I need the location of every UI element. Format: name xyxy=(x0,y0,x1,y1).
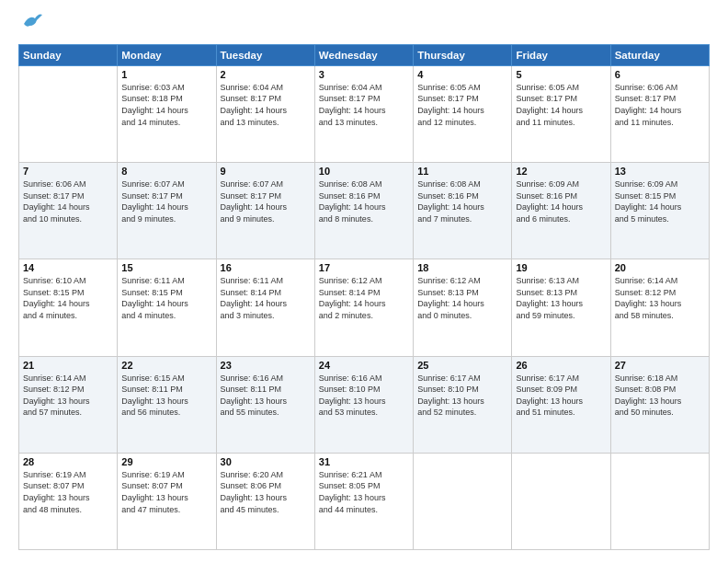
day-number: 20 xyxy=(615,262,705,273)
calendar-cell: 30Sunrise: 6:20 AM Sunset: 8:06 PM Dayli… xyxy=(216,453,314,549)
day-sun-info: Sunrise: 6:06 AM Sunset: 8:17 PM Dayligh… xyxy=(615,82,705,128)
calendar-cell xyxy=(610,453,709,549)
day-number: 19 xyxy=(516,262,606,273)
day-sun-info: Sunrise: 6:13 AM Sunset: 8:13 PM Dayligh… xyxy=(516,275,606,321)
day-number: 2 xyxy=(221,69,311,80)
calendar-cell: 11Sunrise: 6:08 AM Sunset: 8:16 PM Dayli… xyxy=(414,163,512,259)
day-sun-info: Sunrise: 6:19 AM Sunset: 8:07 PM Dayligh… xyxy=(121,469,211,515)
calendar-cell: 20Sunrise: 6:14 AM Sunset: 8:12 PM Dayli… xyxy=(610,259,709,356)
day-number: 12 xyxy=(516,166,606,177)
calendar-week-row: 7Sunrise: 6:06 AM Sunset: 8:17 PM Daylig… xyxy=(19,163,710,259)
day-sun-info: Sunrise: 6:11 AM Sunset: 8:15 PM Dayligh… xyxy=(121,275,211,321)
calendar-cell: 21Sunrise: 6:14 AM Sunset: 8:12 PM Dayli… xyxy=(19,356,118,453)
calendar-cell: 9Sunrise: 6:07 AM Sunset: 8:17 PM Daylig… xyxy=(216,163,314,259)
day-sun-info: Sunrise: 6:03 AM Sunset: 8:18 PM Dayligh… xyxy=(121,82,211,128)
day-number: 5 xyxy=(516,69,606,80)
day-sun-info: Sunrise: 6:19 AM Sunset: 8:07 PM Dayligh… xyxy=(23,469,113,515)
day-sun-info: Sunrise: 6:04 AM Sunset: 8:17 PM Dayligh… xyxy=(221,82,311,128)
day-number: 6 xyxy=(615,69,705,80)
logo xyxy=(18,17,42,35)
calendar-cell: 26Sunrise: 6:17 AM Sunset: 8:09 PM Dayli… xyxy=(512,356,610,453)
day-sun-info: Sunrise: 6:14 AM Sunset: 8:12 PM Dayligh… xyxy=(615,275,705,321)
day-number: 22 xyxy=(121,360,211,371)
weekday-header-friday: Friday xyxy=(512,44,610,65)
day-number: 31 xyxy=(319,456,409,467)
day-number: 10 xyxy=(319,166,409,177)
day-sun-info: Sunrise: 6:05 AM Sunset: 8:17 PM Dayligh… xyxy=(516,82,606,128)
header xyxy=(18,17,710,35)
calendar-cell: 27Sunrise: 6:18 AM Sunset: 8:08 PM Dayli… xyxy=(610,356,709,453)
day-sun-info: Sunrise: 6:08 AM Sunset: 8:16 PM Dayligh… xyxy=(319,178,409,224)
day-number: 30 xyxy=(221,456,311,467)
calendar-cell: 19Sunrise: 6:13 AM Sunset: 8:13 PM Dayli… xyxy=(512,259,610,356)
day-sun-info: Sunrise: 6:16 AM Sunset: 8:11 PM Dayligh… xyxy=(221,373,311,419)
day-number: 11 xyxy=(417,166,507,177)
calendar-cell: 29Sunrise: 6:19 AM Sunset: 8:07 PM Dayli… xyxy=(118,453,216,549)
calendar-cell: 25Sunrise: 6:17 AM Sunset: 8:10 PM Dayli… xyxy=(414,356,512,453)
calendar-cell: 17Sunrise: 6:12 AM Sunset: 8:14 PM Dayli… xyxy=(314,259,413,356)
day-number: 17 xyxy=(319,262,409,273)
calendar-cell: 12Sunrise: 6:09 AM Sunset: 8:16 PM Dayli… xyxy=(512,163,610,259)
calendar-cell: 1Sunrise: 6:03 AM Sunset: 8:18 PM Daylig… xyxy=(118,65,216,162)
day-number: 21 xyxy=(23,360,113,371)
weekday-header-row: SundayMondayTuesdayWednesdayThursdayFrid… xyxy=(19,44,710,65)
calendar-cell: 3Sunrise: 6:04 AM Sunset: 8:17 PM Daylig… xyxy=(314,65,413,162)
day-number: 3 xyxy=(319,69,409,80)
day-number: 9 xyxy=(221,166,311,177)
calendar-cell: 28Sunrise: 6:19 AM Sunset: 8:07 PM Dayli… xyxy=(19,453,118,549)
calendar-week-row: 28Sunrise: 6:19 AM Sunset: 8:07 PM Dayli… xyxy=(19,453,710,549)
page: SundayMondayTuesdayWednesdayThursdayFrid… xyxy=(0,0,728,563)
day-number: 24 xyxy=(319,360,409,371)
day-sun-info: Sunrise: 6:12 AM Sunset: 8:14 PM Dayligh… xyxy=(319,275,409,321)
day-number: 4 xyxy=(417,69,507,80)
weekday-header-tuesday: Tuesday xyxy=(216,44,314,65)
day-number: 15 xyxy=(121,262,211,273)
calendar-cell: 31Sunrise: 6:21 AM Sunset: 8:05 PM Dayli… xyxy=(314,453,413,549)
day-number: 8 xyxy=(121,166,211,177)
day-sun-info: Sunrise: 6:12 AM Sunset: 8:13 PM Dayligh… xyxy=(417,275,507,321)
day-number: 23 xyxy=(221,360,311,371)
calendar-cell: 4Sunrise: 6:05 AM Sunset: 8:17 PM Daylig… xyxy=(414,65,512,162)
calendar-table: SundayMondayTuesdayWednesdayThursdayFrid… xyxy=(18,44,710,550)
calendar-cell: 22Sunrise: 6:15 AM Sunset: 8:11 PM Dayli… xyxy=(118,356,216,453)
weekday-header-thursday: Thursday xyxy=(414,44,512,65)
day-number: 26 xyxy=(516,360,606,371)
calendar-cell: 24Sunrise: 6:16 AM Sunset: 8:10 PM Dayli… xyxy=(314,356,413,453)
calendar-cell: 5Sunrise: 6:05 AM Sunset: 8:17 PM Daylig… xyxy=(512,65,610,162)
day-sun-info: Sunrise: 6:11 AM Sunset: 8:14 PM Dayligh… xyxy=(221,275,311,321)
day-sun-info: Sunrise: 6:15 AM Sunset: 8:11 PM Dayligh… xyxy=(121,373,211,419)
calendar-week-row: 21Sunrise: 6:14 AM Sunset: 8:12 PM Dayli… xyxy=(19,356,710,453)
weekday-header-monday: Monday xyxy=(118,44,216,65)
weekday-header-wednesday: Wednesday xyxy=(314,44,413,65)
day-number: 14 xyxy=(23,262,113,273)
calendar-cell: 7Sunrise: 6:06 AM Sunset: 8:17 PM Daylig… xyxy=(19,163,118,259)
day-sun-info: Sunrise: 6:07 AM Sunset: 8:17 PM Dayligh… xyxy=(121,178,211,224)
day-number: 27 xyxy=(615,360,705,371)
day-number: 1 xyxy=(121,69,211,80)
weekday-header-saturday: Saturday xyxy=(610,44,709,65)
day-sun-info: Sunrise: 6:18 AM Sunset: 8:08 PM Dayligh… xyxy=(615,373,705,419)
calendar-cell: 23Sunrise: 6:16 AM Sunset: 8:11 PM Dayli… xyxy=(216,356,314,453)
day-sun-info: Sunrise: 6:17 AM Sunset: 8:10 PM Dayligh… xyxy=(417,373,507,419)
logo-bird-icon xyxy=(22,11,42,29)
day-sun-info: Sunrise: 6:20 AM Sunset: 8:06 PM Dayligh… xyxy=(221,469,311,515)
day-sun-info: Sunrise: 6:17 AM Sunset: 8:09 PM Dayligh… xyxy=(516,373,606,419)
day-sun-info: Sunrise: 6:09 AM Sunset: 8:15 PM Dayligh… xyxy=(615,178,705,224)
day-sun-info: Sunrise: 6:09 AM Sunset: 8:16 PM Dayligh… xyxy=(516,178,606,224)
day-sun-info: Sunrise: 6:10 AM Sunset: 8:15 PM Dayligh… xyxy=(23,275,113,321)
day-number: 18 xyxy=(417,262,507,273)
calendar-cell: 13Sunrise: 6:09 AM Sunset: 8:15 PM Dayli… xyxy=(610,163,709,259)
day-sun-info: Sunrise: 6:08 AM Sunset: 8:16 PM Dayligh… xyxy=(417,178,507,224)
day-number: 16 xyxy=(221,262,311,273)
calendar-cell: 16Sunrise: 6:11 AM Sunset: 8:14 PM Dayli… xyxy=(216,259,314,356)
day-sun-info: Sunrise: 6:16 AM Sunset: 8:10 PM Dayligh… xyxy=(319,373,409,419)
calendar-cell xyxy=(512,453,610,549)
calendar-week-row: 1Sunrise: 6:03 AM Sunset: 8:18 PM Daylig… xyxy=(19,65,710,162)
day-number: 28 xyxy=(23,456,113,467)
calendar-cell xyxy=(414,453,512,549)
calendar-cell: 10Sunrise: 6:08 AM Sunset: 8:16 PM Dayli… xyxy=(314,163,413,259)
day-sun-info: Sunrise: 6:07 AM Sunset: 8:17 PM Dayligh… xyxy=(221,178,311,224)
day-number: 13 xyxy=(615,166,705,177)
day-number: 25 xyxy=(417,360,507,371)
calendar-cell: 14Sunrise: 6:10 AM Sunset: 8:15 PM Dayli… xyxy=(19,259,118,356)
